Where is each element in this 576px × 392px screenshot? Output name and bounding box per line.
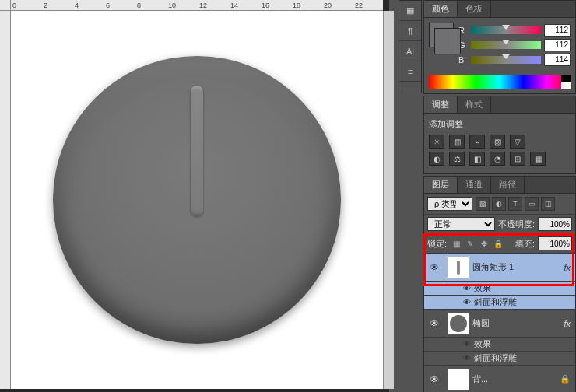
fx-bevel-row[interactable]: 👁斜面和浮雕 — [424, 296, 575, 310]
layer-background[interactable]: 👁 背... 🔒 — [424, 366, 575, 392]
horizontal-ruler[interactable]: 0 2 4 6 8 10 12 14 16 18 20 22 — [11, 0, 383, 11]
document-window: 0 2 4 6 8 10 12 14 16 18 20 22 — [0, 0, 389, 392]
visibility-eye-icon[interactable]: 👁 — [430, 262, 439, 273]
levels-icon[interactable]: ▥ — [449, 135, 465, 149]
opacity-label: 不透明度: — [498, 219, 535, 230]
ruler-tick: 20 — [324, 2, 332, 9]
exposure-icon[interactable]: ▨ — [490, 135, 505, 149]
g-input[interactable] — [544, 39, 571, 51]
tab-adjustments[interactable]: 调整 — [424, 96, 458, 113]
layer-thumbnail[interactable] — [448, 369, 469, 390]
lock-icon: 🔒 — [560, 374, 571, 384]
tab-swatches[interactable]: 色板 — [458, 1, 491, 17]
lock-transparent-icon[interactable]: ▦ — [450, 237, 462, 250]
opacity-input[interactable] — [538, 217, 572, 231]
lock-paint-icon[interactable]: ✎ — [464, 237, 476, 250]
ruler-tick: 2 — [44, 2, 47, 9]
fx-effects-row[interactable]: 👁效果 — [424, 282, 575, 296]
vertical-ruler[interactable] — [0, 11, 11, 389]
r-input[interactable] — [544, 24, 571, 37]
ruler-tick: 10 — [168, 2, 176, 9]
brightness-icon[interactable]: ☀ — [429, 135, 444, 149]
ruler-tick: 0 — [12, 2, 16, 9]
dock-button-3[interactable]: A| — [399, 41, 421, 61]
curves-icon[interactable]: ⌁ — [469, 135, 485, 149]
layer-filter-select[interactable]: ρ 类型 — [427, 197, 472, 211]
bw-icon[interactable]: ◧ — [469, 152, 485, 166]
layer-rounded-rect[interactable]: 👁 圆角矩形 1 fx — [424, 254, 575, 282]
ruler-tick: 12 — [199, 2, 207, 9]
dial-indicator — [191, 86, 203, 216]
tab-color[interactable]: 颜色 — [424, 1, 458, 17]
tab-layers[interactable]: 图层 — [424, 177, 458, 193]
lookup-icon[interactable]: ▦ — [530, 152, 546, 166]
g-slider[interactable] — [471, 41, 541, 49]
dock-button-4[interactable]: ≡ — [399, 61, 421, 82]
canvas[interactable] — [11, 11, 383, 389]
ruler-tick: 4 — [75, 2, 79, 9]
hue-icon[interactable]: ◐ — [429, 152, 444, 166]
layer-thumbnail[interactable] — [448, 313, 469, 334]
fx-badge[interactable]: fx — [564, 319, 571, 328]
fx-badge[interactable]: fx — [564, 263, 571, 272]
dock-button-2[interactable]: ¶ — [399, 21, 421, 41]
layer-name[interactable]: 背... — [472, 373, 560, 385]
fill-input[interactable] — [538, 236, 572, 250]
vibrance-icon[interactable]: ▽ — [510, 135, 525, 149]
blend-mode-select[interactable]: 正常 — [427, 217, 495, 231]
layer-name[interactable]: 圆角矩形 1 — [472, 261, 564, 273]
filter-adjust-icon[interactable]: ◐ — [492, 197, 506, 211]
ruler-origin[interactable] — [0, 0, 11, 11]
color-panel: 颜色 色板 R G B — [423, 0, 576, 94]
fx-effects-row[interactable]: 👁效果 — [424, 338, 575, 352]
ruler-tick: 6 — [106, 2, 110, 9]
mixer-icon[interactable]: ⊞ — [510, 152, 525, 166]
foreground-background-swatch[interactable] — [429, 23, 454, 47]
artwork-dial — [53, 56, 341, 344]
layer-ellipse[interactable]: 👁 椭圆 fx — [424, 310, 575, 338]
tab-styles[interactable]: 样式 — [458, 96, 491, 113]
visibility-eye-icon[interactable]: 👁 — [430, 374, 439, 385]
filter-type-icon[interactable]: T — [508, 197, 522, 211]
visibility-eye-icon[interactable]: 👁 — [430, 318, 439, 329]
ruler-tick: 22 — [355, 2, 363, 9]
dock-button-1[interactable]: ▦ — [399, 1, 421, 21]
layer-thumbnail[interactable] — [448, 257, 469, 278]
lock-position-icon[interactable]: ✥ — [478, 237, 490, 250]
lock-all-icon[interactable]: 🔒 — [492, 237, 504, 250]
vertical-scrollbar[interactable] — [383, 11, 394, 389]
ruler-tick: 16 — [262, 2, 269, 9]
adjust-title: 添加调整 — [429, 118, 571, 130]
collapsed-panel-dock: ▦ ¶ A| ≡ — [399, 0, 422, 93]
ruler-tick: 14 — [230, 2, 238, 9]
dial-ellipse — [53, 56, 341, 344]
panel-column: 颜色 色板 R G B — [423, 0, 576, 392]
ruler-tick: 18 — [293, 2, 300, 9]
adjustments-panel: 调整 样式 添加调整 ☀ ▥ ⌁ ▨ ▽ ◐ ⚖ ◧ ◔ ⊞ ▦ — [423, 96, 576, 174]
fill-label: 填充: — [515, 238, 535, 250]
tab-channels[interactable]: 通道 — [458, 177, 491, 193]
balance-icon[interactable]: ⚖ — [449, 152, 465, 166]
layer-name[interactable]: 椭圆 — [472, 317, 564, 329]
b-label: B — [458, 55, 468, 65]
filter-smart-icon[interactable]: ◫ — [541, 197, 555, 211]
r-slider[interactable] — [471, 26, 541, 34]
b-input[interactable] — [544, 54, 571, 66]
b-slider[interactable] — [471, 56, 541, 64]
ruler-tick: 8 — [137, 2, 141, 9]
fx-bevel-row[interactable]: 👁斜面和浮雕 — [424, 352, 575, 366]
layer-list: 👁 圆角矩形 1 fx 👁效果 👁斜面和浮雕 👁 椭圆 fx 👁效果 👁斜面和浮… — [424, 254, 575, 392]
lock-label: 锁定: — [427, 238, 447, 250]
filter-pixel-icon[interactable]: ▧ — [476, 197, 490, 211]
tab-paths[interactable]: 路径 — [491, 177, 525, 193]
photo-filter-icon[interactable]: ◔ — [490, 152, 505, 166]
filter-shape-icon[interactable]: ▭ — [525, 197, 539, 211]
color-spectrum[interactable] — [429, 75, 571, 89]
layers-panel: 图层 通道 路径 ρ 类型 ▧ ◐ T ▭ ◫ 正常 不透明度: 锁 — [423, 176, 576, 392]
